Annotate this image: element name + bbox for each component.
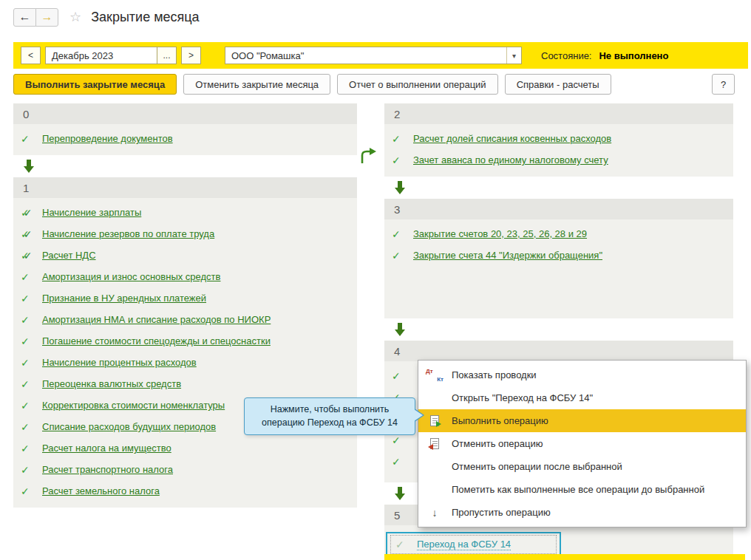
references-calculations-button[interactable]: Справки - расчеты (505, 74, 611, 95)
operation-row: Расчет земельного налога (13, 480, 357, 502)
menu-item-label: Показать проводки (452, 369, 537, 380)
menu-item-cancel-operations-after[interactable]: Отменить операции после выбранной (418, 455, 746, 478)
operation-link[interactable]: Расчет земельного налога (42, 485, 160, 496)
operation-link[interactable]: Перепроведение документов (42, 133, 173, 144)
empty-icon (426, 482, 444, 497)
double-check-icon (21, 250, 35, 261)
menu-item-open-operation[interactable]: Открыть "Переход на ФСБУ 14" (418, 386, 746, 409)
operation-link[interactable]: Расчет налога на имущество (42, 443, 171, 454)
operation-link[interactable]: Амортизация НМА и списание расходов по Н… (42, 314, 271, 325)
cancel-document-icon (426, 437, 444, 451)
operation-link[interactable]: Расчет транспортного налога (42, 464, 173, 475)
operation-row: Расчет НДС (13, 245, 357, 266)
menu-item-label: Отменить операцию (452, 438, 543, 449)
operation-row: Признание в НУ арендных платежей (13, 287, 357, 309)
operation-link[interactable]: Корректировка стоимости номенклатуры (42, 400, 225, 411)
operation-row: Начисление резервов по оплате труда (13, 223, 357, 245)
window-header: ← → ☆ Закрытие месяца (0, 0, 751, 34)
skip-arrow-icon: ↓ (426, 505, 444, 520)
empty-icon (426, 460, 444, 474)
operation-link[interactable]: Переоценка валютных средств (42, 378, 181, 389)
check-icon (392, 134, 407, 144)
bottom-yellow-strip (384, 554, 745, 560)
next-period-button[interactable]: > (181, 47, 201, 64)
page-title: Закрытие месяца (91, 10, 199, 25)
operation-row: Амортизация и износ основных средств (13, 266, 357, 287)
operations-report-button[interactable]: Отчет о выполнении операций (337, 74, 498, 95)
state-value: Не выполнено (599, 50, 668, 61)
dt-kt-icon: Дт Кт (426, 368, 444, 383)
selected-operation-box: Переход на ФСБУ 14 (386, 532, 561, 557)
menu-item-show-postings[interactable]: Дт Кт Показать проводки (418, 363, 746, 386)
operation-row: Расчет налога на имущество (13, 437, 357, 459)
period-toolbar: < Декабрь 2023 ... > ООО "Ромашка" ▾ Сос… (13, 42, 748, 69)
operation-link[interactable]: Закрытие счетов 20, 23, 25, 26, 28 и 29 (413, 228, 587, 239)
menu-item-cancel-operation[interactable]: Отменить операцию (418, 432, 746, 455)
operation-row: Закрытие счетов 20, 23, 25, 26, 28 и 29 (384, 223, 733, 245)
check-icon (392, 155, 407, 165)
check-icon (395, 539, 410, 550)
operation-row: Переход на ФСБУ 14 (390, 535, 557, 554)
operation-link[interactable]: Признание в НУ арендных платежей (42, 293, 206, 304)
previous-period-button[interactable]: < (21, 47, 41, 64)
menu-item-skip-operation[interactable]: ↓ Пропустить операцию (418, 501, 746, 524)
flow-curve-arrow-icon (359, 148, 377, 166)
check-icon (21, 422, 35, 432)
check-icon (21, 400, 35, 411)
check-icon (21, 358, 35, 368)
operation-row: Начисление процентных расходов (13, 352, 357, 373)
check-icon (21, 293, 35, 304)
operation-link[interactable]: Погашение стоимости спецодежды и спецосн… (42, 335, 271, 346)
flow-down-arrow-icon (384, 318, 733, 341)
operation-link[interactable]: Списание расходов будущих периодов (42, 421, 216, 432)
operation-row: Зачет аванса по единому налоговому счету (384, 149, 733, 171)
organization-select[interactable]: ООО "Ромашка" ▾ (225, 47, 522, 64)
chevron-down-icon[interactable]: ▾ (506, 47, 521, 64)
section-1-number: 1 (13, 177, 357, 198)
operation-link[interactable]: Зачет аванса по единому налоговому счету (413, 154, 608, 165)
double-check-icon (21, 229, 35, 239)
forward-arrow-icon: → (41, 10, 53, 24)
operation-link[interactable]: Начисление зарплаты (42, 207, 141, 218)
section-4-number: 4 (384, 341, 733, 361)
back-button[interactable]: ← (13, 8, 36, 27)
operation-link[interactable]: Начисление резервов по оплате труда (42, 228, 214, 239)
menu-item-label: Пометить как выполненные все операции до… (452, 484, 704, 495)
cancel-closing-button[interactable]: Отменить закрытие месяца (183, 74, 330, 95)
menu-item-label: Выполнить операцию (452, 415, 548, 426)
menu-item-label: Отменить операции после выбранной (452, 461, 622, 472)
operation-row: Закрытие счета 44 "Издержки обращения" (384, 245, 733, 266)
operation-link[interactable]: Расчет НДС (42, 250, 96, 261)
operation-link[interactable]: Амортизация и износ основных средств (42, 271, 220, 282)
check-icon (392, 457, 407, 467)
operation-link[interactable]: Начисление процентных расходов (42, 357, 197, 368)
hint-line-1: Нажмите, чтобы выполнить (251, 403, 409, 417)
operation-link[interactable]: Закрытие счета 44 "Издержки обращения" (413, 250, 602, 261)
operation-link[interactable]: Расчет долей списания косвенных расходов (413, 133, 611, 144)
check-icon (21, 336, 35, 346)
section-2-number: 2 (384, 103, 733, 124)
check-icon (21, 486, 35, 496)
forward-button[interactable]: → (35, 8, 58, 27)
operation-row: Расчет транспортного налога (13, 459, 357, 480)
perform-closing-button[interactable]: Выполнить закрытие месяца (13, 74, 177, 95)
menu-item-mark-executed-before[interactable]: Пометить как выполненные все операции до… (418, 478, 746, 501)
double-check-icon (21, 208, 35, 218)
hint-line-2: операцию Переход на ФСБУ 14 (251, 417, 409, 430)
menu-item-execute-operation[interactable]: Выполнить операцию (418, 409, 746, 432)
back-arrow-icon: ← (19, 10, 31, 24)
operation-row: Начисление зарплаты (13, 202, 357, 223)
check-icon (21, 443, 35, 454)
help-button[interactable]: ? (712, 74, 735, 95)
state-label: Состояние: (541, 50, 591, 61)
operation-link-perehod-fsbu-14[interactable]: Переход на ФСБУ 14 (417, 539, 511, 550)
flow-down-arrow-icon (384, 177, 733, 199)
section-2: 2 Расчет долей списания косвенных расход… (384, 103, 733, 177)
menu-item-label: Пропустить операцию (452, 507, 551, 518)
favorite-star-icon[interactable]: ☆ (69, 9, 81, 25)
section-0-number: 0 (13, 103, 357, 124)
period-input[interactable]: Декабрь 2023 (45, 47, 157, 64)
operation-row: Амортизация НМА и списание расходов по Н… (13, 309, 357, 330)
check-icon (21, 134, 35, 144)
period-choose-button[interactable]: ... (157, 47, 177, 64)
